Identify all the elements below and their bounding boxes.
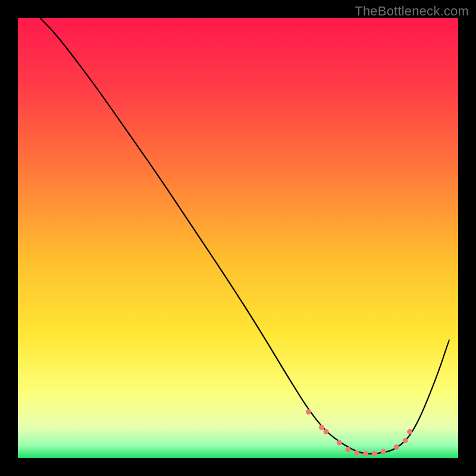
highlight-dot: [306, 409, 311, 415]
highlight-dot: [319, 425, 324, 430]
plot-background: [18, 18, 458, 458]
highlight-dot: [394, 444, 399, 450]
highlight-dot: [407, 429, 412, 434]
highlight-dot: [403, 438, 408, 443]
chart-svg: [0, 0, 476, 476]
highlight-dot: [324, 429, 329, 434]
watermark-text: TheBottleneck.com: [355, 4, 469, 19]
highlight-dot: [363, 451, 368, 456]
highlight-dot: [337, 440, 342, 446]
highlight-dot: [381, 449, 386, 454]
highlight-dot: [372, 451, 377, 456]
highlight-dot: [346, 447, 351, 452]
highlight-dot: [354, 450, 359, 456]
chart-stage: TheBottleneck.com: [0, 0, 476, 476]
